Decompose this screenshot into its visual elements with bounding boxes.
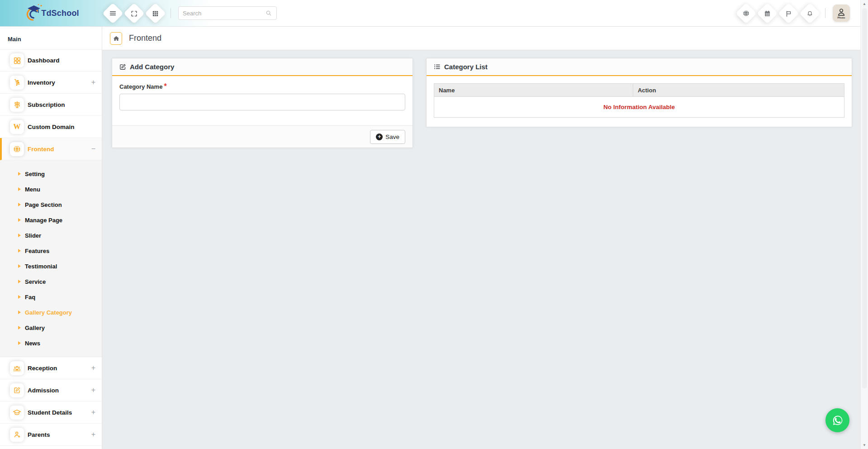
add-category-body: Category Name* (112, 76, 413, 125)
sidebar-item-label: Inventory (28, 79, 55, 86)
sidebar-item-frontend[interactable]: Frontend − (0, 138, 102, 160)
notifications-button[interactable] (799, 3, 821, 24)
brand-logo[interactable]: TdSchool (0, 0, 102, 27)
plus-circle-icon: + (376, 134, 383, 140)
sidebar-item-inventory[interactable]: Inventory + (0, 72, 102, 94)
submenu-item-manage-page[interactable]: Manage Page (0, 212, 102, 228)
category-name-input[interactable] (119, 94, 405, 110)
caret-right-icon (18, 218, 21, 222)
sidebar-nav: Dashboard Inventory + (0, 49, 102, 446)
submenu-item-gallery-category[interactable]: Gallery Category (0, 305, 102, 320)
category-list-panel: Category List Name Action No Informatio (426, 58, 852, 127)
whatsapp-button[interactable] (825, 408, 849, 432)
graduation-cap-icon (10, 406, 24, 420)
caret-right-icon (18, 341, 21, 345)
caret-right-icon (18, 310, 21, 314)
search-box (178, 6, 277, 20)
expand-indicator: + (91, 430, 95, 439)
sidebar-item-label: Frontend (28, 146, 54, 153)
caret-right-icon (18, 187, 21, 191)
person-plus-icon (10, 428, 24, 442)
dashboard-icon (10, 53, 24, 67)
sidebar-item-subscription[interactable]: Subscription (0, 94, 102, 116)
caret-right-icon (18, 234, 21, 237)
flag-icon (785, 10, 792, 17)
language-button[interactable] (735, 3, 757, 24)
sidebar-section-label: Main (0, 27, 102, 49)
inventory-icon (10, 76, 24, 90)
user-avatar-button[interactable]: Photo (833, 5, 850, 22)
header-divider (171, 8, 171, 18)
category-list-header: Category List (427, 58, 852, 76)
panel-title: Add Category (130, 63, 174, 71)
menu-toggle-button[interactable] (102, 3, 123, 24)
column-header-name: Name (434, 84, 633, 97)
sidebar-item-reception[interactable]: Reception + (0, 357, 102, 379)
category-name-label: Category Name* (119, 82, 167, 90)
page-title: Frontend (129, 33, 161, 43)
sidebar: Main Dashboard (0, 27, 102, 449)
sidebar-item-admission[interactable]: Admission + (0, 379, 102, 401)
home-icon (113, 35, 120, 42)
sidebar-item-label: Admission (28, 387, 59, 394)
domain-w-icon: W (10, 120, 24, 134)
scrollbar-thumb[interactable] (862, 8, 867, 388)
sidebar-item-label: Dashboard (28, 57, 60, 64)
scroll-up-icon[interactable]: ▲ (863, 0, 866, 8)
hamburger-icon (109, 10, 117, 17)
category-table: Name Action No Information Available (434, 83, 844, 118)
sidebar-item-custom-domain[interactable]: W Custom Domain (0, 116, 102, 138)
submenu-item-page-section[interactable]: Page Section (0, 197, 102, 212)
frontend-submenu: Setting Menu Page Section Manage Page Sl… (0, 160, 102, 357)
submenu-item-slider[interactable]: Slider (0, 228, 102, 243)
submenu-item-testimonial[interactable]: Testimonial (0, 258, 102, 274)
calendar-button[interactable] (757, 3, 778, 24)
submenu-item-faq[interactable]: Faq (0, 289, 102, 305)
caret-right-icon (18, 249, 21, 253)
required-asterisk: * (164, 82, 166, 90)
home-button[interactable] (110, 32, 122, 45)
add-category-footer: + Save (112, 125, 413, 148)
sidebar-item-label: Subscription (28, 101, 65, 108)
table-grid-icon (152, 10, 159, 17)
quick-apps-button[interactable] (145, 3, 166, 24)
collapse-indicator: − (91, 145, 95, 153)
submenu-item-gallery[interactable]: Gallery (0, 320, 102, 335)
caret-right-icon (18, 280, 21, 283)
empty-message: No Information Available (434, 97, 844, 118)
calendar-icon (764, 10, 771, 17)
flag-button[interactable] (778, 3, 799, 24)
submenu-item-news[interactable]: News (0, 335, 102, 351)
top-bar: TdSchool (0, 0, 868, 27)
expand-indicator: + (91, 78, 95, 86)
signpost-icon (10, 98, 24, 112)
fullscreen-button[interactable] (123, 3, 145, 24)
list-icon (433, 63, 441, 71)
scroll-down-icon[interactable]: ▼ (863, 441, 866, 449)
panel-title: Category List (444, 63, 488, 71)
expand-indicator: + (91, 386, 95, 394)
sidebar-item-parents[interactable]: Parents + (0, 424, 102, 446)
submenu-item-service[interactable]: Service (0, 274, 102, 289)
sidebar-item-label: Student Details (28, 409, 72, 416)
caret-right-icon (18, 172, 21, 176)
submenu-item-setting[interactable]: Setting (0, 166, 102, 182)
frontend-globe-icon (10, 142, 24, 156)
category-list-body: Name Action No Information Available (427, 76, 852, 125)
search-icon[interactable] (265, 10, 272, 17)
save-button[interactable]: + Save (370, 130, 405, 144)
edit-pencil-icon (119, 63, 127, 71)
header-divider (825, 8, 825, 18)
submenu-item-menu[interactable]: Menu (0, 182, 102, 197)
expand-indicator: + (91, 364, 95, 372)
sidebar-item-dashboard[interactable]: Dashboard (0, 49, 102, 72)
page-scrollbar[interactable]: ▲ ▼ (860, 0, 868, 449)
submenu-item-features[interactable]: Features (0, 243, 102, 258)
sidebar-item-label: Custom Domain (28, 124, 75, 130)
caret-right-icon (18, 264, 21, 268)
sidebar-item-student-details[interactable]: Student Details + (0, 401, 102, 424)
content-area: Add Category Category Name* + Save (102, 50, 868, 449)
fullscreen-icon (131, 10, 138, 17)
search-input[interactable] (183, 10, 265, 17)
add-category-header: Add Category (112, 58, 413, 76)
